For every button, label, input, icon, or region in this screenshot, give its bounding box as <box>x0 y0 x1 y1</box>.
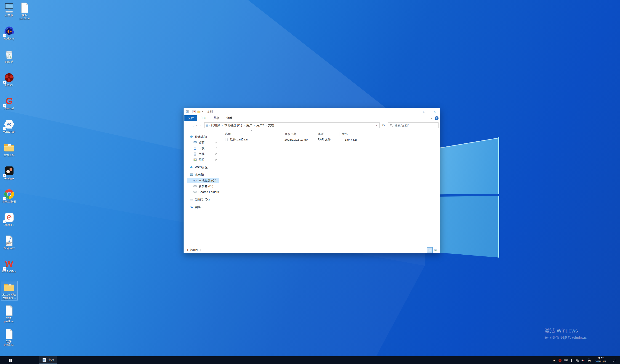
ime-language-indicator[interactable]: 英 <box>587 358 592 362</box>
sidebar-item-quick-access[interactable]: 快速访问 <box>187 134 219 140</box>
sidebar-item-new-volume-d-root[interactable]: 新加卷 (D:) <box>187 197 219 202</box>
desktop-icon-trojan-folder[interactable]: 木马文件请勿物理机… <box>1 281 17 300</box>
up-button[interactable]: ↑ <box>198 124 203 127</box>
title-bar[interactable]: ▾ 文档 – □ × <box>184 108 440 115</box>
desktop-icon-xshell[interactable]: ↗ Xshell 8 <box>1 211 17 227</box>
desktop-icon-label: VeraCrypt <box>1 130 17 133</box>
rar-file-mini-icon <box>225 138 228 141</box>
recent-locations-icon[interactable]: ∨ <box>195 124 198 127</box>
desktop-icon-wav-file[interactable]: WAV 代号.wav <box>1 235 17 250</box>
sidebar-item-network[interactable]: 网络 <box>187 204 219 210</box>
disk-icon <box>190 198 193 201</box>
desktop-icon-label: 木马文件请勿物理机… <box>1 293 17 300</box>
crumb-documents[interactable]: 文档 <box>266 123 276 127</box>
network-no-internet-icon[interactable] <box>575 358 579 362</box>
desktop-icon-rar-part3[interactable]: 软件.part3.rar <box>16 2 33 21</box>
taskbar-clock[interactable]: 22:02 2025/11/3 <box>594 357 607 363</box>
qat-dropdown-icon[interactable]: ▾ <box>202 111 203 113</box>
desktop-icon-audacity[interactable]: ↗ Audacity <box>1 25 17 41</box>
sidebar-item-wps-cloud[interactable]: WPS云盘 <box>187 164 219 170</box>
close-button[interactable]: × <box>429 108 440 115</box>
crumb-this-pc[interactable]: 此电脑 <box>210 123 222 127</box>
column-header-name[interactable]: ^ 名称 <box>220 132 282 136</box>
taskbar-app-documents[interactable]: 文档 <box>39 356 57 364</box>
sidebar-item-documents[interactable]: 文档 <box>187 151 219 157</box>
crumb-user2[interactable]: 用户2 <box>255 123 265 127</box>
anytype-tray-icon[interactable] <box>553 358 556 362</box>
desktop-icon-this-pc[interactable]: 此电脑 <box>1 2 17 17</box>
tab-file[interactable]: 文件 <box>185 115 197 121</box>
watermark-title: 激活 Windows <box>544 327 589 334</box>
disk-icon <box>193 179 197 182</box>
desktop-icon-rar-part2[interactable]: 软件.part2.rar <box>1 328 17 347</box>
desktop-icon-company-folder[interactable]: 公司资料 <box>1 142 17 157</box>
sidebar-item-new-volume-d[interactable]: 新加卷 (D:) <box>187 183 219 189</box>
desktop-icon-foxmail[interactable]: G ↗ Foxmail <box>1 95 17 111</box>
explorer-document-icon <box>42 358 46 362</box>
item-count: 1 个项目 <box>184 248 198 252</box>
minimize-button[interactable]: – <box>408 108 419 115</box>
volume-muted-icon[interactable] <box>581 358 585 362</box>
search-box[interactable] <box>388 122 438 128</box>
network-icon <box>190 205 193 209</box>
desktop-icon-label: Xshell 8 <box>1 223 17 227</box>
vmware-tray-icon[interactable]: vm <box>564 358 568 362</box>
column-header-size[interactable]: 大小 <box>340 132 361 136</box>
rar-file-icon <box>21 2 29 13</box>
column-header-modified[interactable]: 修改日期 <box>282 132 315 136</box>
rar-file-icon <box>5 329 13 339</box>
tab-view[interactable]: 查看 <box>223 115 236 121</box>
desktop-icon-label: 此电脑 <box>1 14 17 17</box>
new-folder-icon[interactable] <box>197 110 201 113</box>
refresh-button[interactable]: ↻ <box>381 122 387 128</box>
forward-button[interactable]: → <box>190 124 195 127</box>
properties-check-icon[interactable] <box>192 110 196 113</box>
column-header-type[interactable]: 类型 <box>315 132 340 136</box>
help-icon[interactable]: ? <box>435 116 438 120</box>
tab-share[interactable]: 共享 <box>210 115 223 121</box>
this-pc-icon <box>4 2 15 13</box>
ribbon-collapse-icon[interactable]: ∨ <box>431 117 432 119</box>
crumb-local-disk-c[interactable]: 本地磁盘 (C:) <box>223 123 244 127</box>
action-center-icon[interactable] <box>613 358 616 362</box>
file-modified-cell: 2025/10/15 17:50 <box>282 138 315 141</box>
search-input[interactable] <box>394 124 436 127</box>
thumbnail-view-button[interactable] <box>433 248 438 253</box>
sidebar-item-local-disk-c[interactable]: 本地磁盘 (C:) <box>187 178 219 183</box>
tab-home[interactable]: 主页 <box>197 115 210 121</box>
eraser-tray-icon[interactable] <box>558 358 562 362</box>
view-toggle-buttons <box>427 248 438 253</box>
sidebar-item-pictures[interactable]: 图片 <box>187 157 219 163</box>
desktop-mini-icon <box>193 141 197 144</box>
breadcrumb-dropdown-icon[interactable]: ∨ <box>374 124 378 127</box>
toolbar-separator <box>191 110 191 113</box>
desktop-icon-veracrypt[interactable]: VC ↗ VeraCrypt <box>1 118 17 134</box>
desktop-icon-eraser[interactable]: ↗ Eraser <box>1 72 17 87</box>
crumb-users[interactable]: 用户 <box>245 123 254 127</box>
desktop-icon-anytype[interactable]: ↗ Anytype <box>1 165 17 180</box>
sidebar-item-this-pc[interactable]: 此电脑 <box>187 172 219 178</box>
usb-device-icon[interactable] <box>570 358 574 362</box>
maximize-button[interactable]: □ <box>419 108 429 115</box>
back-button[interactable]: ← <box>185 124 190 127</box>
breadcrumb[interactable]: › 此电脑 › 本地磁盘 (C:) › 用户 › 用户2 › 文档 ∨ <box>204 122 380 128</box>
ribbon-tabs: 文件 主页 共享 查看 ∨ ? <box>184 115 440 121</box>
desktop-icon-recycle-bin[interactable]: 回收站 <box>1 48 17 64</box>
downloads-icon <box>193 146 197 150</box>
desktop-icon-label: 代号.wav <box>1 247 17 250</box>
sidebar-item-downloads[interactable]: 下载 <box>187 146 219 151</box>
disk-icon <box>193 185 197 188</box>
desktop-icon-wps-office[interactable]: W ↗ WPS Office <box>1 258 17 274</box>
file-row[interactable]: 软件.part5.rar 2025/10/15 17:50 RAR 文件 1,5… <box>220 137 440 142</box>
shortcut-arrow-badge: ↗ <box>3 197 6 200</box>
sidebar-item-shared-folders[interactable]: Shared Folders (\\ <box>187 189 219 195</box>
folder-icon <box>4 283 15 292</box>
start-button[interactable] <box>0 356 21 364</box>
sidebar-item-desktop[interactable]: 桌面 <box>187 140 219 146</box>
file-list-pane: ^ 名称 修改日期 类型 大小 软件.part5.rar 2025/10/15 … <box>220 130 440 247</box>
desktop-icon-chrome[interactable]: ↗ 谷歌浏览器 <box>1 188 17 204</box>
desktop-icon-rar-part1[interactable]: 软件.part1.rar <box>1 305 17 324</box>
pin-icon <box>215 142 217 144</box>
status-bar: 1 个项目 <box>184 247 440 253</box>
details-view-button[interactable] <box>427 248 432 253</box>
